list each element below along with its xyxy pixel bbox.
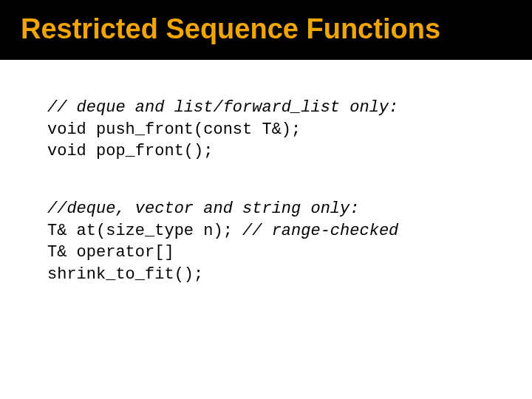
- code-line: T& at(size_type n);: [47, 222, 242, 240]
- title-bar: Restricted Sequence Functions: [0, 0, 532, 60]
- code-line: void push_front(const T&);: [47, 120, 301, 139]
- code-comment: //deque, vector and string only:: [47, 200, 359, 218]
- code-comment: // deque and list/forward_list only:: [47, 98, 398, 117]
- code-block-1: // deque and list/forward_list only: voi…: [47, 97, 532, 163]
- slide-title: Restricted Sequence Functions: [21, 13, 440, 44]
- slide-content: // deque and list/forward_list only: voi…: [0, 60, 532, 286]
- code-line: T& operator[]: [47, 243, 174, 262]
- slide: Restricted Sequence Functions // deque a…: [0, 0, 532, 399]
- code-line: shrink_to_fit();: [47, 265, 203, 284]
- code-block-2: //deque, vector and string only: T& at(s…: [47, 198, 532, 286]
- code-line: void pop_front();: [47, 142, 213, 160]
- code-comment-inline: // range-checked: [242, 222, 398, 240]
